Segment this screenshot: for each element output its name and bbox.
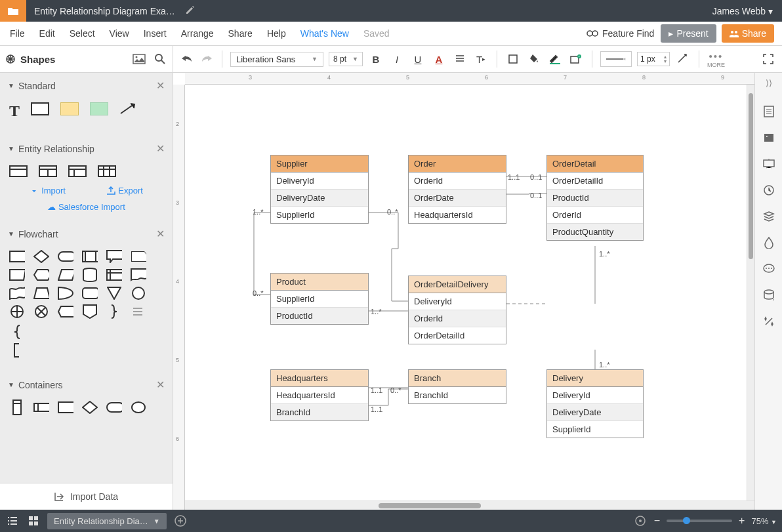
font-select[interactable]: Liberation Sans▼ bbox=[230, 52, 323, 67]
fc-parallelogram[interactable] bbox=[58, 269, 73, 281]
block-shape[interactable] bbox=[90, 102, 108, 115]
collapse-icon[interactable]: ⟩⟩ bbox=[766, 78, 772, 88]
redo-icon[interactable] bbox=[199, 52, 214, 66]
panel-standard-header[interactable]: ▼Standard✕ bbox=[0, 73, 173, 98]
entity-header[interactable]: Order bbox=[409, 155, 506, 173]
target-icon[interactable] bbox=[633, 514, 648, 528]
fc-sum[interactable] bbox=[9, 306, 25, 317]
menu-view[interactable]: View bbox=[102, 28, 136, 39]
entity-field[interactable]: HeadquartersId bbox=[409, 207, 506, 223]
shape-options-button[interactable] bbox=[568, 51, 584, 67]
fc-circle[interactable] bbox=[131, 287, 146, 299]
entity-field[interactable]: OrderId bbox=[409, 173, 506, 190]
entity-headquarters[interactable]: HeadquartersHeadquartersIdBranchId bbox=[270, 369, 369, 421]
ct-4[interactable] bbox=[82, 401, 98, 413]
entity-header[interactable]: Branch bbox=[409, 370, 506, 387]
grid-view-icon[interactable] bbox=[26, 514, 41, 528]
close-icon[interactable]: ✕ bbox=[156, 79, 165, 92]
fc-merge[interactable] bbox=[106, 287, 122, 299]
entity-field[interactable]: OrderDetailId bbox=[409, 327, 506, 344]
panel-entity-header[interactable]: ▼Entity Relationship✕ bbox=[0, 136, 173, 161]
entity-orderdetaildelivery[interactable]: OrderDetailDeliveryDeliveryIdOrderIdOrde… bbox=[408, 276, 506, 344]
fc-or[interactable] bbox=[33, 306, 49, 317]
page-tab[interactable]: Entity Relationship Dia…▼ bbox=[47, 513, 167, 529]
menu-share[interactable]: Share bbox=[221, 28, 260, 39]
share-button[interactable]: Share bbox=[722, 24, 774, 43]
export-link[interactable]: Export bbox=[106, 186, 143, 195]
fc-trap[interactable] bbox=[33, 287, 49, 299]
rail-data-icon[interactable] bbox=[762, 289, 775, 302]
line-tool-button[interactable] bbox=[675, 51, 691, 67]
fc-cylinder[interactable] bbox=[82, 269, 98, 281]
fc-terminator[interactable] bbox=[58, 251, 73, 262]
menu-help[interactable]: Help bbox=[260, 28, 293, 39]
list-view-icon[interactable] bbox=[5, 514, 20, 528]
align-button[interactable] bbox=[452, 51, 468, 67]
entity-header[interactable]: Delivery bbox=[547, 370, 643, 387]
zoom-slider[interactable] bbox=[667, 520, 732, 522]
menu-edit[interactable]: Edit bbox=[32, 28, 62, 39]
fc-roundrect[interactable] bbox=[82, 287, 98, 299]
entity-field[interactable]: HeadquartersId bbox=[271, 387, 368, 404]
user-menu[interactable]: James Webb ▾ bbox=[703, 6, 782, 16]
entity-header[interactable]: OrderDetail bbox=[547, 155, 643, 173]
rail-history-icon[interactable] bbox=[762, 184, 775, 197]
fc-brace-l[interactable] bbox=[9, 326, 25, 338]
ct-5[interactable] bbox=[106, 401, 122, 413]
entity-field[interactable]: OrderId bbox=[409, 310, 506, 327]
line-width-select[interactable]: 1 px▴▾ bbox=[637, 52, 670, 66]
shape-tool-button[interactable] bbox=[505, 51, 521, 67]
import-data-button[interactable]: Import Data bbox=[0, 483, 173, 510]
fc-hex[interactable] bbox=[33, 269, 49, 281]
ct-3[interactable] bbox=[58, 401, 73, 413]
entity-field[interactable]: OrderDate bbox=[409, 190, 506, 207]
entity-field[interactable]: ProductId bbox=[547, 190, 643, 207]
salesforce-import-link[interactable]: ☁ Salesforce Import bbox=[9, 202, 163, 212]
fc-bracket[interactable] bbox=[9, 344, 25, 356]
font-size-select[interactable]: 8 pt▼ bbox=[329, 52, 363, 66]
fc-card[interactable] bbox=[131, 251, 146, 262]
rail-layers-icon[interactable] bbox=[762, 210, 775, 223]
fc-display[interactable] bbox=[58, 306, 73, 317]
fc-diamond[interactable] bbox=[33, 251, 49, 262]
entity-header[interactable]: Product bbox=[271, 274, 368, 291]
fc-brace-r[interactable] bbox=[106, 306, 122, 317]
text-options-button[interactable]: T▸ bbox=[473, 51, 489, 67]
fc-callout[interactable] bbox=[106, 251, 122, 262]
zoom-out-icon[interactable]: − bbox=[654, 515, 660, 527]
er-shape-1[interactable] bbox=[9, 165, 28, 179]
scrollbar-horizontal[interactable] bbox=[185, 501, 754, 510]
entity-field[interactable]: BranchId bbox=[271, 404, 368, 420]
entity-field[interactable]: DeliveryId bbox=[271, 173, 368, 190]
menu-whats-new[interactable]: What's New bbox=[293, 28, 356, 39]
note-shape[interactable] bbox=[60, 102, 79, 115]
add-page-icon[interactable] bbox=[173, 514, 188, 528]
fc-manual[interactable] bbox=[9, 269, 25, 281]
close-icon[interactable]: ✕ bbox=[156, 228, 165, 240]
entity-field[interactable]: DeliveryId bbox=[409, 293, 506, 310]
menu-select[interactable]: Select bbox=[62, 28, 102, 39]
menu-arrange[interactable]: Arrange bbox=[174, 28, 221, 39]
scrollbar-vertical[interactable] bbox=[747, 85, 754, 501]
ct-2[interactable] bbox=[33, 401, 49, 413]
fc-and[interactable] bbox=[58, 287, 73, 299]
fc-offpage[interactable] bbox=[82, 306, 98, 317]
fc-tape[interactable] bbox=[9, 287, 25, 299]
italic-button[interactable]: I bbox=[389, 51, 405, 67]
entity-field[interactable]: OrderDetailId bbox=[547, 173, 643, 190]
close-icon[interactable]: ✕ bbox=[156, 379, 165, 391]
entity-delivery[interactable]: DeliveryDeliveryIdDeliveryDateSupplierId bbox=[546, 369, 644, 438]
rail-present-icon[interactable] bbox=[762, 157, 775, 171]
entity-product[interactable]: ProductSupplierIdProductId bbox=[270, 273, 369, 325]
present-button[interactable]: ▸ Present bbox=[661, 24, 716, 43]
entity-field[interactable]: BranchId bbox=[409, 387, 506, 403]
entity-field[interactable]: SupplierId bbox=[271, 291, 368, 308]
rail-drop-icon[interactable] bbox=[762, 236, 775, 249]
bold-button[interactable]: B bbox=[368, 51, 384, 67]
text-shape[interactable]: T bbox=[9, 102, 20, 120]
entity-header[interactable]: Headquarters bbox=[271, 370, 368, 387]
panel-flowchart-header[interactable]: ▼Flowchart✕ bbox=[0, 221, 173, 247]
entity-orderdetail[interactable]: OrderDetailOrderDetailIdProductIdOrderId… bbox=[546, 155, 644, 241]
underline-button[interactable]: U bbox=[410, 51, 426, 67]
ct-1[interactable] bbox=[9, 401, 25, 413]
